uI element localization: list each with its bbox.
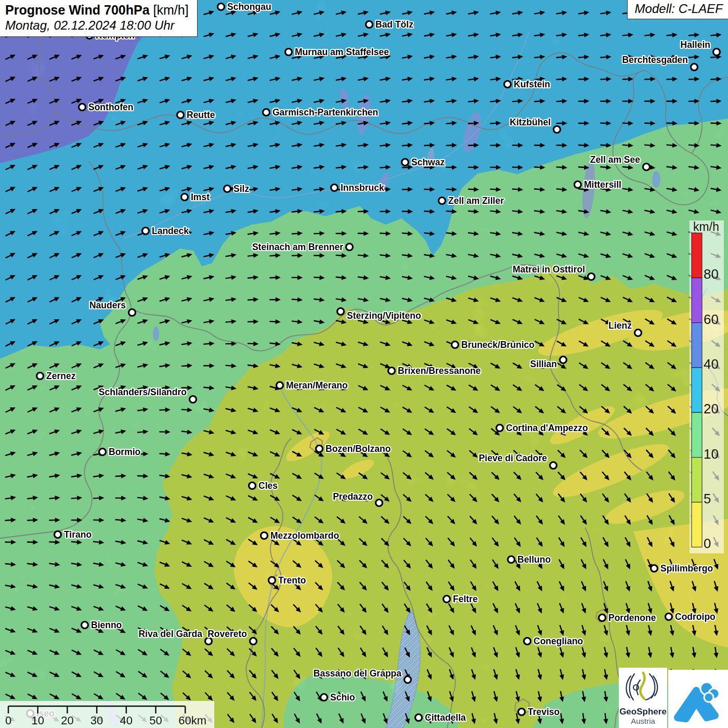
legend-tick-label: 10 bbox=[704, 446, 719, 462]
city-marker: Cortina d'Ampezzo bbox=[497, 423, 588, 433]
scale-tick-label: 50 bbox=[149, 714, 162, 727]
city-label: Pordenone bbox=[608, 613, 656, 623]
city-label: Schio bbox=[330, 692, 355, 703]
scale-bar: 0102030405060km bbox=[0, 701, 214, 728]
city-label: Landeck bbox=[152, 226, 189, 236]
city-label: Innsbruck bbox=[341, 183, 384, 193]
legend-title: km/h bbox=[693, 220, 719, 233]
city-label: Brixen/Bressanone bbox=[398, 366, 481, 376]
city-label: Bassano del Grappa bbox=[314, 668, 401, 679]
city-label: Zell am See bbox=[590, 154, 641, 165]
city-label: Trento bbox=[278, 575, 306, 586]
city-label: Belluno bbox=[517, 554, 551, 565]
city-label: Bozen/Bolzano bbox=[326, 444, 391, 454]
city-label: Schongau bbox=[227, 2, 271, 12]
legend-tick-label: 80 bbox=[704, 266, 719, 282]
city-label: Bad Tölz bbox=[375, 19, 413, 30]
city-label: Silz bbox=[233, 184, 249, 194]
city-label: Bormio bbox=[109, 447, 140, 457]
legend-segment bbox=[692, 233, 702, 278]
scale-bar-graphic: 0102030405060km bbox=[0, 701, 214, 728]
city-label: Cittadella bbox=[425, 712, 466, 723]
map-title: Prognose Wind 700hPa [km/h] bbox=[5, 3, 189, 18]
city-label: Cortina d'Ampezzo bbox=[506, 423, 588, 433]
city-label: Pieve di Cadore bbox=[479, 453, 548, 463]
mountain-cloud-icon bbox=[668, 670, 728, 728]
city-label: Imst bbox=[191, 192, 210, 202]
legend: km/h806040201050 bbox=[690, 220, 724, 553]
legend-segment bbox=[692, 368, 702, 412]
city-label: Schwaz bbox=[411, 157, 445, 167]
scale-tick-label: 10 bbox=[31, 714, 44, 727]
geosphere-contour-icon bbox=[619, 668, 667, 705]
city-marker: Mezzolombardo bbox=[261, 530, 340, 541]
city-label: Bruneck/Brunico bbox=[461, 340, 535, 350]
title-box: Prognose Wind 700hPa [km/h] Montag, 02.1… bbox=[0, 0, 198, 37]
city-marker: Bozen/Bolzano bbox=[316, 444, 391, 454]
legend-segment bbox=[692, 278, 702, 322]
city-label: Riva del Garda bbox=[138, 629, 202, 639]
partner-logo-box bbox=[668, 670, 728, 728]
legend-tick-label: 60 bbox=[704, 311, 719, 327]
wind-map-canvas: SchongauBad TölzKemptenMurnau am Staffel… bbox=[0, 0, 728, 728]
map-title-main: Prognose Wind 700hPa bbox=[5, 3, 150, 17]
city-label: Reutte bbox=[187, 110, 215, 120]
scale-tick-label: 30 bbox=[90, 714, 103, 727]
city-label: Zernez bbox=[46, 371, 76, 381]
city-label: Kufstein bbox=[514, 79, 550, 89]
scale-tick-label: 60km bbox=[178, 714, 206, 727]
city-label: Tirano bbox=[64, 529, 92, 540]
map-title-unit: [km/h] bbox=[150, 3, 189, 17]
city-marker: Murnau am Staffelsee bbox=[285, 47, 389, 57]
legend-tick-label: 5 bbox=[704, 491, 711, 506]
map-datetime: Montag, 02.12.2024 18:00 Uhr bbox=[5, 18, 189, 33]
city-label: Nauders bbox=[89, 300, 126, 310]
scale-tick-label: 40 bbox=[120, 714, 133, 727]
city-label: Sterzing/Vipiteno bbox=[347, 310, 421, 321]
geosphere-logo-box: GeoSphere Austria bbox=[619, 668, 667, 728]
city-label: Murnau am Staffelsee bbox=[295, 47, 389, 57]
city-label: Treviso bbox=[528, 707, 560, 717]
legend-tick-label: 0 bbox=[704, 536, 711, 551]
city-label: Sonthofen bbox=[88, 102, 134, 112]
city-label: Lienz bbox=[608, 320, 632, 331]
legend-segment bbox=[692, 502, 702, 547]
geosphere-org-name: GeoSphere bbox=[619, 707, 667, 717]
city-label: Steinach am Brenner bbox=[252, 242, 343, 252]
city-label: Hallein bbox=[681, 40, 710, 50]
city-label: Sillian bbox=[530, 359, 557, 369]
city-marker: Zell am Ziller bbox=[439, 196, 504, 206]
city-label: Matrei in Osttirol bbox=[513, 264, 585, 275]
city-marker: Brixen/Bressanone bbox=[388, 366, 481, 376]
city-label: Kitzbühel bbox=[510, 117, 551, 127]
city-marker: Imst bbox=[181, 192, 210, 202]
city-label: Meran/Merano bbox=[286, 380, 348, 391]
city-marker: Spilimbergo bbox=[651, 563, 713, 574]
legend-tick-label: 40 bbox=[704, 356, 719, 372]
city-marker: Schio bbox=[321, 692, 355, 703]
city-label: Zell am Ziller bbox=[448, 196, 504, 206]
city-label: Spilimbergo bbox=[660, 563, 713, 574]
city-label: Rovereto bbox=[207, 629, 247, 639]
city-label: Garmisch-Partenkirchen bbox=[272, 107, 378, 118]
city-marker: Meran/Merano bbox=[277, 380, 348, 391]
model-label: Modell: C-LAEF bbox=[627, 0, 728, 19]
city-label: Codroipo bbox=[675, 612, 716, 622]
city-marker: Bruneck/Brunico bbox=[452, 340, 535, 350]
city-label: Cles bbox=[258, 480, 278, 491]
scale-tick-label: 20 bbox=[61, 714, 73, 727]
city-marker: Steinach am Brenner bbox=[252, 242, 353, 252]
city-label: Mezzolombardo bbox=[270, 530, 339, 541]
city-label: Feltre bbox=[453, 594, 478, 604]
legend-segment bbox=[692, 458, 702, 502]
city-marker: Garmisch-Partenkirchen bbox=[263, 107, 379, 118]
city-marker: Cles bbox=[249, 480, 278, 491]
city-label: Bienno bbox=[91, 620, 122, 630]
scale-tick-label: 0 bbox=[5, 714, 11, 727]
geosphere-country: Austria bbox=[619, 717, 667, 725]
city-label: Conegliano bbox=[534, 636, 583, 646]
city-label: Mittersill bbox=[584, 179, 621, 190]
city-label: Berchtesgaden bbox=[622, 55, 688, 65]
city-marker: Sterzing/Vipiteno bbox=[337, 308, 421, 321]
legend-segment bbox=[692, 323, 702, 368]
